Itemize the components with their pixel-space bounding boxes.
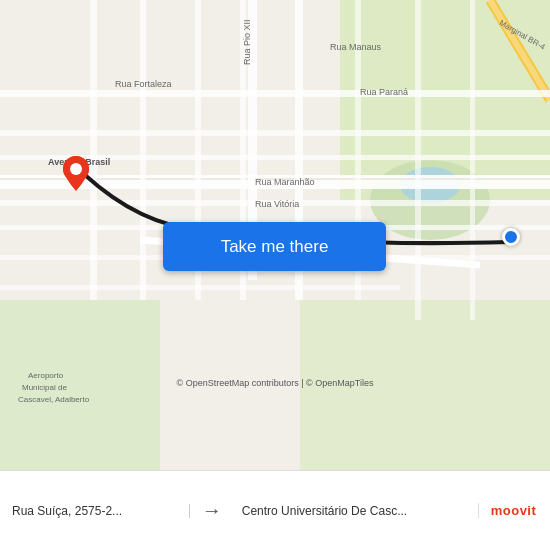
svg-text:Rua Maranhão: Rua Maranhão bbox=[255, 177, 315, 187]
moovit-logo: moovit bbox=[478, 503, 538, 518]
svg-rect-24 bbox=[470, 0, 475, 320]
svg-rect-18 bbox=[140, 0, 146, 300]
map-container: Rua Fortaleza Avenida Brasil Rua Manaus … bbox=[0, 0, 550, 470]
svg-text:Rua Manaus: Rua Manaus bbox=[330, 42, 382, 52]
svg-point-39 bbox=[70, 163, 82, 175]
svg-rect-10 bbox=[0, 130, 550, 136]
route-arrow-icon: → bbox=[190, 499, 234, 522]
origin-marker bbox=[62, 155, 90, 191]
svg-rect-23 bbox=[415, 0, 421, 320]
moovit-logo-text: moovit bbox=[491, 503, 537, 518]
svg-text:Rua Fortaleza: Rua Fortaleza bbox=[115, 79, 172, 89]
svg-text:Rua Vitória: Rua Vitória bbox=[255, 199, 299, 209]
svg-text:Rua Pio XII: Rua Pio XII bbox=[242, 19, 252, 65]
route-to: Centro Universitário De Casc... bbox=[234, 504, 478, 518]
bottom-bar: Rua Suíça, 2575-2... → Centro Universitá… bbox=[0, 470, 550, 550]
svg-text:Rua Paraná: Rua Paraná bbox=[360, 87, 408, 97]
svg-rect-9 bbox=[0, 90, 550, 97]
route-from: Rua Suíça, 2575-2... bbox=[12, 504, 190, 518]
map-attribution: © OpenStreetMap contributors | © OpenMap… bbox=[0, 378, 550, 388]
svg-rect-17 bbox=[90, 0, 97, 300]
destination-marker bbox=[502, 228, 520, 246]
take-me-there-button[interactable]: Take me there bbox=[163, 222, 386, 271]
svg-text:Cascavel, Adalberto: Cascavel, Adalberto bbox=[18, 395, 90, 404]
